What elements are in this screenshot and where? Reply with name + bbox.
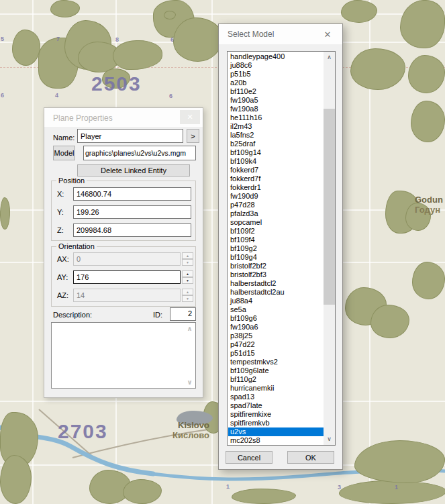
ay-input[interactable] xyxy=(73,270,181,284)
model-list-item[interactable]: fw190a5 xyxy=(228,96,324,105)
scrollbar-down-icon[interactable]: ∨ xyxy=(324,434,335,445)
ax-input xyxy=(73,252,181,266)
name-browse-button[interactable]: > xyxy=(187,129,199,143)
spinner-down-icon: ▼ xyxy=(182,295,193,302)
model-list-item[interactable]: bristolf2bf3 xyxy=(228,270,324,279)
id-label: ID: xyxy=(153,311,162,319)
model-list-item[interactable]: bf109g4 xyxy=(228,253,324,262)
model-list-item[interactable]: b25draf xyxy=(228,140,324,148)
x-label: X: xyxy=(57,190,64,198)
plane-properties-titlebar[interactable]: Plane Properties ✕ xyxy=(44,108,203,127)
model-list-item[interactable]: fokkerd7f xyxy=(228,174,324,183)
model-list-item[interactable]: spad7late xyxy=(228,401,324,410)
scrollbar-up-icon[interactable]: ∧ xyxy=(324,52,335,63)
model-list-item[interactable]: halberstadtcl2au xyxy=(228,288,324,297)
model-list-item[interactable]: a20b xyxy=(228,79,324,87)
model-list-item[interactable]: hurricanemkii xyxy=(228,384,324,393)
model-list-item[interactable]: bf109k4 xyxy=(228,157,324,166)
spinner-down-icon: ▼ xyxy=(182,259,193,266)
model-button[interactable]: Model xyxy=(53,146,75,160)
model-list-item[interactable]: halberstadtcl2 xyxy=(228,279,324,288)
model-list-item[interactable]: fw190d9 xyxy=(228,192,324,201)
model-list-item[interactable]: bf109g6late xyxy=(228,366,324,375)
model-list-item[interactable]: bristolf2bf2 xyxy=(228,262,324,270)
select-model-titlebar[interactable]: Select Model ✕ xyxy=(219,24,342,44)
model-list-item[interactable]: pfalzd3a xyxy=(228,209,324,218)
model-list-item[interactable]: tempestmkvs2 xyxy=(228,358,324,366)
ax-label: AX: xyxy=(57,255,69,263)
model-list-item[interactable]: la5fns2 xyxy=(228,131,324,140)
forest-blob xyxy=(339,481,445,504)
model-list[interactable]: handleypage400ju88c6p51b5a20bbf110e2fw19… xyxy=(227,51,336,446)
model-list-item[interactable]: he111h16 xyxy=(228,113,324,122)
model-list-item[interactable]: bf109g14 xyxy=(228,148,324,157)
map-minor-marker: 3 xyxy=(338,484,341,491)
position-group: Position X: Y: Z: xyxy=(51,181,196,241)
scroll-down-icon[interactable]: ∨ xyxy=(185,379,194,386)
dialog-title: Select Model xyxy=(228,30,274,39)
map-minor-marker: 6 xyxy=(170,36,174,43)
spinner-down-icon[interactable]: ▼ xyxy=(182,277,193,284)
map-minor-marker: 5 xyxy=(1,36,4,42)
model-list-item[interactable]: p51d15 xyxy=(228,349,324,358)
name-input[interactable] xyxy=(77,129,183,143)
z-input[interactable] xyxy=(73,223,191,237)
az-label: AZ: xyxy=(57,291,68,299)
y-input[interactable] xyxy=(73,205,191,219)
map-minor-marker: 6 xyxy=(169,93,172,99)
scroll-up-icon[interactable]: ∧ xyxy=(185,325,194,332)
model-list-item[interactable]: p51b5 xyxy=(228,70,324,79)
ay-spinner[interactable]: ▲ ▼ xyxy=(182,270,193,284)
model-list-item[interactable]: bf109f2 xyxy=(228,227,324,236)
z-label: Z: xyxy=(57,226,64,234)
model-list-item[interactable]: bf110g2 xyxy=(228,375,324,384)
scrollbar-thumb[interactable] xyxy=(324,109,335,305)
model-list-item[interactable]: fokkerdr1 xyxy=(228,183,324,192)
ay-label: AY: xyxy=(57,273,68,281)
model-list-item[interactable]: handleypage400 xyxy=(228,52,324,61)
place-name-cyrillic: Кислово xyxy=(166,430,209,440)
model-list-item[interactable]: ju88a4 xyxy=(228,297,324,305)
model-list-item[interactable]: il2m43 xyxy=(228,122,324,131)
model-list-item[interactable]: bf110e2 xyxy=(228,87,324,96)
list-scrollbar[interactable]: ∧ ∨ xyxy=(324,52,335,445)
spinner-up-icon[interactable]: ▲ xyxy=(182,270,193,277)
model-list-item[interactable]: p47d22 xyxy=(228,340,324,349)
model-list-item[interactable]: bf109g6 xyxy=(228,314,324,323)
model-list-item[interactable]: se5a xyxy=(228,305,324,314)
close-button[interactable]: ✕ xyxy=(180,110,200,124)
model-list-item[interactable]: p38j25 xyxy=(228,332,324,340)
model-list-item[interactable]: u2vs xyxy=(228,427,324,436)
model-list-item[interactable]: spitfiremkixe xyxy=(228,410,324,419)
ok-button[interactable]: OK xyxy=(287,451,334,464)
place-name-latin: Godun xyxy=(415,195,443,205)
model-list-item[interactable]: bf109g2 xyxy=(228,244,324,253)
map-grid-label: 2703 xyxy=(58,420,108,443)
model-list-item[interactable]: fokkerd7 xyxy=(228,166,324,174)
map-minor-marker: 7 xyxy=(56,36,60,42)
place-name-cyrillic: Годун xyxy=(415,205,445,215)
model-path-field: graphics\planes\u2vs\u2vs.mgm xyxy=(83,146,196,160)
map-place-label: Kislovo Кислово xyxy=(166,420,209,440)
model-list-item[interactable]: fw190a8 xyxy=(228,105,324,113)
spinner-up-icon: ▲ xyxy=(182,252,193,259)
delete-linked-entity-button[interactable]: Delete Linked Entity xyxy=(77,164,190,177)
model-list-item[interactable]: bf109f4 xyxy=(228,236,324,244)
cancel-button[interactable]: Cancel xyxy=(226,451,273,464)
model-list-item[interactable]: ju88c6 xyxy=(228,61,324,70)
model-list-item[interactable]: p47d28 xyxy=(228,201,324,209)
model-list-item[interactable]: mc202s8 xyxy=(228,436,324,444)
model-list-item[interactable]: sopcamel xyxy=(228,218,324,227)
description-label: Description: xyxy=(53,311,92,319)
close-button[interactable]: ✕ xyxy=(322,29,334,41)
name-label: Name: xyxy=(53,134,75,142)
map-place-label: Godun Годун xyxy=(415,195,445,215)
dialog-title: Plane Properties xyxy=(53,113,113,123)
model-list-item[interactable]: spad13 xyxy=(228,393,324,401)
x-input[interactable] xyxy=(73,187,191,201)
model-list-item[interactable]: spitfiremkvb xyxy=(228,419,324,427)
description-textarea[interactable] xyxy=(52,323,185,387)
map-minor-marker: 1 xyxy=(395,484,398,491)
model-list-item[interactable]: fw190a6 xyxy=(228,323,324,332)
spinner-up-icon: ▲ xyxy=(182,289,193,295)
